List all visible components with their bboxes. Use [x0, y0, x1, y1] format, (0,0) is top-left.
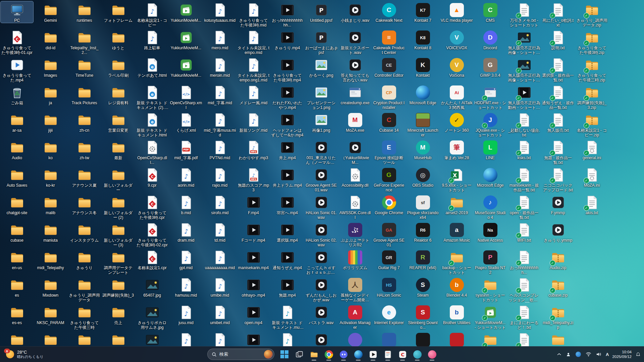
desktop-icon[interactable]: ✓調声練習(失敗)_3.zip	[576, 84, 608, 110]
desktop-icon[interactable]: ♪	[271, 331, 304, 348]
desktop-icon[interactable]: ♪名称未設定1 - コピー	[136, 1, 168, 27]
desktop-icon[interactable]: 筆筆まめ Ver.28	[440, 139, 473, 160]
desktop-icon[interactable]: jijii	[34, 111, 67, 133]
desktop-icon[interactable]: RREAPER (x64)	[407, 249, 439, 270]
desktop-icon[interactable]	[440, 331, 473, 348]
desktop-icon[interactable]: ✓説明.txt	[542, 29, 574, 50]
desktop-icon[interactable]: ♪hamusu.mid	[170, 276, 202, 298]
desktop-icon[interactable]: 選択版.mp4	[271, 221, 304, 243]
desktop-icon[interactable]: きゅうり	[68, 249, 101, 270]
desktop-icon[interactable]	[1, 331, 33, 348]
desktop-icon[interactable]: HSHALion Sonic	[373, 276, 405, 298]
desktop-icon[interactable]: zh-cn	[68, 111, 101, 133]
desktop-icon[interactable]: GGIMP 3.0.4	[474, 56, 506, 78]
taskbar-edge-button[interactable]	[352, 348, 365, 361]
desktop-icon[interactable]: NKSC_PARAM	[34, 304, 67, 325]
desktop-icon[interactable]: MMuseHub	[407, 139, 439, 160]
desktop-icon[interactable]	[305, 331, 337, 348]
taskbar-search[interactable]: 検索	[207, 349, 274, 360]
desktop-icon[interactable]: OpenCvSharp.dll...	[136, 139, 168, 165]
desktop-icon[interactable]: Auto Saves	[1, 166, 33, 188]
desktop-icon[interactable]: K8Kontakt 8	[407, 29, 439, 50]
desktop-icon[interactable]: GGeForce Experience	[373, 166, 405, 192]
taskbar-start-button[interactable]	[278, 348, 291, 361]
desktop-icon[interactable]: ko-kr	[34, 166, 67, 188]
desktop-icon[interactable]: ♪	[204, 331, 236, 348]
desktop-icon[interactable]: NaNative Access	[474, 221, 506, 243]
desktop-icon[interactable]: ♪メドレー風.mid	[237, 84, 270, 105]
desktop-icon[interactable]: だれたFXいれたやつ.mp4	[271, 84, 304, 110]
desktop-icon[interactable]: CCubase 14	[373, 111, 405, 133]
desktop-icon[interactable]: プレゼンテーション1.png	[305, 84, 337, 110]
desktop-icon[interactable]: ko	[34, 139, 67, 160]
desktop-icon[interactable]: ✓cubase.zip	[542, 276, 574, 298]
desktop-icon[interactable]: ✓きゅうり_調声用データ.zip	[576, 1, 608, 27]
desktop-icon[interactable]: Microsoft Edge	[407, 84, 439, 105]
desktop-icon[interactable]: 井上ドラム.mp4	[271, 166, 304, 188]
search-highlight-image[interactable]	[264, 350, 273, 359]
desktop-icon[interactable]: maniuta	[34, 221, 67, 243]
desktop-icon[interactable]: J✓JQuake.exe - ショートカット	[474, 111, 506, 137]
desktop-icon[interactable]: ♪aorin.mid	[170, 166, 202, 188]
desktop-icon[interactable]: きゅうり食ってた午後3時.mp4	[271, 56, 304, 82]
desktop-icon[interactable]: ✓WIFI.txt	[508, 221, 540, 243]
desktop-icon[interactable]: かるーく.png	[305, 56, 337, 78]
desktop-icon[interactable]: こってんｈｄすおｆｄｓｂぶぉ.wav	[305, 249, 337, 275]
desktop-icon[interactable]: 新しいフォルダー (2)	[102, 194, 135, 220]
desktop-icon[interactable]: ohhayo-.mp4	[237, 276, 270, 298]
taskbar-media-player-button[interactable]	[366, 348, 380, 361]
desktop-icon[interactable]: 調声練習(失敗)_3	[102, 276, 135, 298]
desktop-icon[interactable]: ✓無人販売不正行為動画 - ショートカット	[508, 84, 540, 110]
desktop-icon[interactable]: ✓ニコニコバックアップロード.txt	[542, 166, 574, 192]
taskbar-notepad-button[interactable]	[381, 348, 394, 361]
desktop-icon[interactable]: ar-sa	[1, 111, 33, 133]
desktop-icon[interactable]: 001_東北きりたん（ノーマル）_今じゃ...	[305, 139, 337, 165]
taskbar-task-view-button[interactable]	[292, 348, 306, 361]
taskbar-piapro-button[interactable]	[425, 348, 439, 361]
desktop-icon[interactable]: ✓_起動しない場合.txt	[508, 111, 540, 137]
desktop-icon[interactable]: eInternet Explorer	[373, 304, 405, 325]
desktop-icon[interactable]: </>OpenCvSharp.xml	[170, 84, 202, 110]
tray-person-icon[interactable]	[565, 351, 572, 358]
desktop-icon[interactable]: ▲VLC media player	[440, 1, 473, 23]
desktop-icon[interactable]: AWSSDK.Core.dll	[339, 194, 371, 220]
desktop-icon[interactable]: ♪kotusytuaaus.mid	[204, 1, 236, 23]
taskbar-voicevox-button[interactable]	[411, 348, 424, 361]
desktop-icon[interactable]: ♪dram.mid	[170, 221, 202, 243]
desktop-icon[interactable]: ✓MoZA.ini	[576, 166, 608, 188]
desktop-icon[interactable]: ♪mero.mid	[204, 29, 236, 50]
desktop-icon[interactable]: createdump.exe	[339, 84, 371, 105]
desktop-icon[interactable]: ♪タイトル未設定, tempo.mid	[237, 29, 270, 55]
desktop-icon[interactable]: es	[1, 276, 33, 298]
desktop-icon[interactable]: 65407.jpg	[136, 276, 168, 298]
desktop-icon[interactable]: きゅうり.mp4	[271, 29, 304, 50]
desktop-icon[interactable]: YukkuriMovieM...	[170, 56, 202, 78]
desktop-icon[interactable]: Pおーばーまにあ.ppsf	[305, 29, 337, 55]
desktop-icon[interactable]: ♪umibe.mid	[204, 276, 236, 298]
desktop-icon[interactable]: ♪mid_字幕musa.mid	[204, 111, 236, 137]
tray-chevron-icon[interactable]	[556, 352, 562, 356]
desktop-icon[interactable]: 通知うぜえ.mp4	[271, 249, 304, 270]
desktop-icon[interactable]: ♪mid_字幕.mid	[204, 84, 236, 105]
desktop-icon[interactable]: ♪新規 テキスト ドキュメント.musicxml	[271, 304, 304, 330]
desktop-icon[interactable]: ♪sirofo.mid	[204, 194, 236, 215]
desktop-icon[interactable]: 営業日変更	[102, 111, 135, 133]
weather-widget[interactable]: 8 28°C 晴れのちくもり	[3, 347, 46, 362]
desktop-icon[interactable]: runtimes	[68, 1, 101, 23]
desktop-icon[interactable]: ✓きゅうり食ってた午後三時.zip	[576, 56, 608, 82]
desktop-icon[interactable]	[136, 331, 168, 348]
desktop-icon[interactable]: Google Chrome	[373, 194, 405, 215]
desktop-icon[interactable]: ✓万引きメモ.txt - ショートカット	[508, 1, 540, 27]
desktop-icon[interactable]: HALion Sonic 02.wav	[305, 221, 337, 247]
taskbar-file-explorer-button[interactable]	[307, 348, 321, 361]
desktop-icon[interactable]: きゅうり.ymmp	[542, 221, 574, 243]
desktop-icon[interactable]: ✓syasinn - ショートカット	[474, 276, 506, 302]
desktop-icon[interactable]: ✓ノートン 360	[440, 111, 473, 133]
desktop-icon[interactable]: 画像1.png	[305, 111, 337, 133]
desktop-icon[interactable]: ✓	[508, 331, 540, 348]
desktop-icon[interactable]: AActivation Manager	[339, 304, 371, 330]
desktop-icon[interactable]: Telepathy_Inst_2...	[68, 29, 101, 55]
desktop-icon[interactable]: Minecraft Launcher	[407, 111, 439, 137]
desktop-icon[interactable]: ✓無人販売不正行為画像 - ショートカット	[508, 56, 540, 82]
desktop-icon[interactable]: ✓midi_Telepathy.zip	[542, 304, 574, 330]
